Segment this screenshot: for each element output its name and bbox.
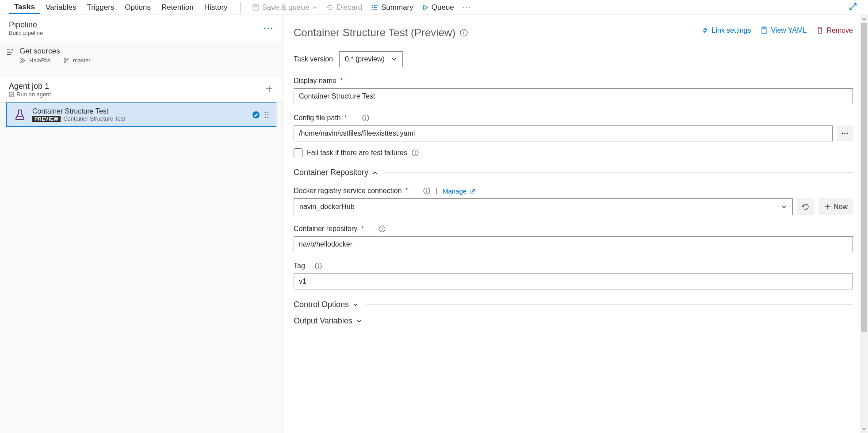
refresh-button[interactable]: [797, 198, 814, 215]
branch-icon: [63, 57, 69, 64]
drag-handle-icon[interactable]: [264, 110, 270, 119]
svg-rect-6: [9, 95, 14, 97]
check-circle-icon: [252, 111, 260, 119]
summary-button[interactable]: Summary: [367, 1, 418, 14]
more-button[interactable]: ···: [459, 1, 476, 14]
remove-label: Remove: [826, 27, 853, 34]
task-item-subtitle: Container Structure Test: [63, 115, 125, 122]
info-icon[interactable]: [379, 225, 386, 232]
info-icon[interactable]: [315, 262, 322, 270]
server-icon: [9, 92, 14, 97]
svg-point-27: [318, 264, 319, 265]
more-label: ···: [463, 3, 472, 12]
chevron-down-icon: [781, 204, 787, 210]
agent-job-title: Agent job 1: [9, 82, 51, 91]
scrollbar-thumb[interactable]: [861, 23, 867, 332]
svg-point-13: [268, 117, 269, 118]
svg-point-3: [67, 58, 69, 60]
chevron-up-icon: [372, 170, 378, 176]
scroll-up-arrow[interactable]: [860, 15, 868, 23]
section-line: [385, 172, 853, 173]
task-version-label: Task version: [294, 55, 333, 63]
remove-button[interactable]: Remove: [816, 27, 853, 34]
task-container-structure-test[interactable]: Container Structure Test PREVIEW Contain…: [6, 103, 276, 127]
tag-input[interactable]: [294, 273, 853, 289]
chevron-down-icon: [312, 5, 317, 10]
pipeline-header[interactable]: Pipeline Build pipeline ···: [0, 15, 283, 42]
svg-rect-5: [9, 92, 14, 94]
view-yaml-button[interactable]: View YAML: [761, 27, 807, 34]
task-item-title: Container Structure Test: [32, 107, 125, 115]
scroll-down-arrow[interactable]: [860, 425, 868, 433]
add-task-button[interactable]: [265, 84, 274, 95]
info-icon[interactable]: [362, 114, 369, 122]
tab-options[interactable]: Options: [119, 1, 156, 14]
queue-button[interactable]: Queue: [418, 1, 459, 14]
pipeline-subtitle: Build pipeline: [9, 30, 43, 36]
svg-point-9: [268, 111, 269, 113]
required-marker: *: [361, 225, 363, 233]
display-name-input[interactable]: [294, 88, 853, 104]
repo-icon: [19, 57, 26, 64]
task-version-select[interactable]: 0.* (preview): [339, 51, 403, 67]
detail-title: Container Structure Test (Preview): [294, 27, 455, 39]
preview-badge: PREVIEW: [32, 116, 61, 122]
container-repo-input[interactable]: [294, 236, 853, 252]
required-marker: *: [405, 187, 408, 195]
top-tab-bar: Tasks Variables Triggers Options Retenti…: [0, 0, 868, 15]
agent-job-row[interactable]: Agent job 1 Run on agent: [0, 76, 283, 103]
svg-point-8: [265, 111, 266, 113]
scrollbar[interactable]: [860, 15, 868, 433]
expand-button[interactable]: [847, 0, 859, 15]
pipeline-tree-panel: Pipeline Build pipeline ··· Get sources …: [0, 15, 283, 433]
trash-icon: [816, 27, 823, 34]
container-repo-section-label: Container Repository: [294, 168, 368, 177]
play-icon: [422, 4, 428, 11]
svg-point-11: [268, 114, 269, 115]
undo-icon: [326, 4, 333, 11]
info-icon[interactable]: [460, 29, 468, 37]
control-options-section[interactable]: Control Options: [294, 300, 853, 309]
new-connection-button[interactable]: New: [818, 198, 853, 215]
info-icon[interactable]: [412, 149, 419, 156]
pipeline-more-button[interactable]: ···: [264, 23, 274, 34]
task-version-value: 0.* (preview): [345, 55, 385, 63]
manage-link[interactable]: Manage: [443, 187, 467, 195]
section-line: [366, 304, 853, 305]
fail-task-checkbox[interactable]: [294, 148, 302, 157]
config-path-input[interactable]: [294, 125, 833, 141]
link-settings-button[interactable]: Link settings: [701, 27, 751, 34]
tab-retention[interactable]: Retention: [156, 1, 199, 14]
container-repo-label: Container repository: [294, 225, 357, 233]
browse-button[interactable]: ···: [837, 125, 853, 141]
svg-point-12: [265, 117, 266, 118]
view-yaml-label: View YAML: [771, 27, 807, 34]
output-variables-section[interactable]: Output Variables: [294, 316, 853, 326]
sources-icon: [6, 48, 14, 56]
svg-point-15: [463, 31, 464, 32]
container-repository-section[interactable]: Container Repository: [294, 168, 853, 177]
tab-history[interactable]: History: [199, 1, 233, 14]
task-detail-panel: Container Structure Test (Preview) Link …: [283, 15, 868, 433]
discard-label: Discard: [336, 3, 362, 12]
required-marker: *: [340, 77, 343, 85]
output-variables-label: Output Variables: [294, 316, 352, 326]
clipboard-icon: [761, 27, 768, 34]
save-queue-button[interactable]: Save & queue: [248, 1, 322, 14]
tab-variables[interactable]: Variables: [40, 1, 82, 14]
docker-conn-value: navin_dockerHub: [299, 203, 355, 211]
docker-conn-select[interactable]: navin_dockerHub: [294, 198, 793, 215]
save-icon: [252, 4, 259, 11]
tab-triggers[interactable]: Triggers: [82, 1, 120, 14]
get-sources-row[interactable]: Get sources HalaRM master: [0, 42, 283, 68]
branch-name: master: [73, 57, 91, 64]
svg-point-25: [382, 227, 382, 228]
tab-tasks[interactable]: Tasks: [9, 1, 40, 14]
discard-button[interactable]: Discard: [322, 1, 367, 14]
svg-rect-16: [762, 28, 766, 34]
repo-name: HalaRM: [29, 57, 50, 64]
link-settings-label: Link settings: [712, 27, 751, 34]
get-sources-title: Get sources: [19, 47, 91, 56]
info-icon[interactable]: [423, 187, 430, 194]
chevron-down-icon: [391, 56, 397, 62]
